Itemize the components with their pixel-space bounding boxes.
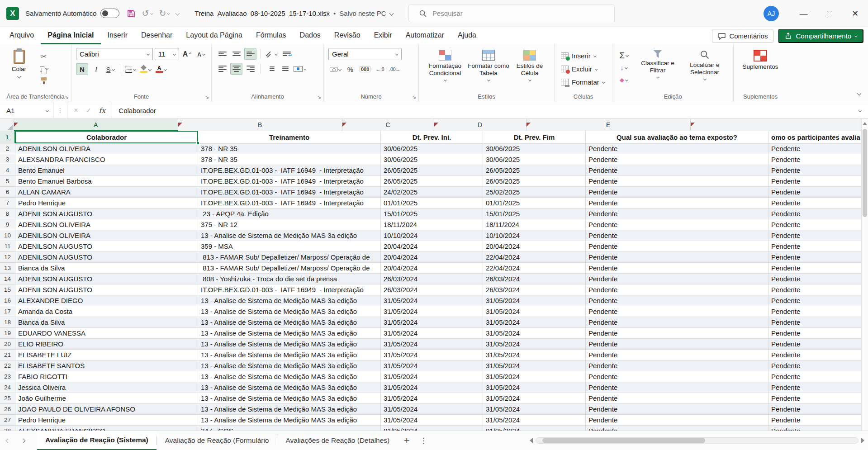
row-header[interactable]: 3 (0, 154, 15, 165)
row-header[interactable]: 26 (0, 404, 15, 415)
clear-button[interactable]: ◆ (617, 74, 631, 85)
cell[interactable]: 20/04/2024 (381, 252, 483, 263)
dialog-launcher-icon[interactable]: ↘ (317, 95, 321, 99)
vertical-scroll-thumb[interactable] (863, 129, 867, 217)
column-header-e[interactable]: E (526, 119, 691, 131)
cell[interactable]: Pendente (768, 165, 861, 176)
cell[interactable]: 30/06/2025 (483, 143, 586, 154)
cell[interactable]: Pendente (586, 328, 768, 339)
cell[interactable]: Pendente (586, 393, 768, 404)
maximize-button[interactable] (816, 0, 842, 27)
cell[interactable]: 15/01/2025 (483, 208, 586, 219)
cell[interactable]: ADENILSON OLIVEIRA (15, 143, 198, 154)
insert-cells-button[interactable]: Inserir (559, 50, 607, 62)
cell[interactable]: 26/05/2025 (381, 165, 483, 176)
cell[interactable]: 31/05/2024 (483, 295, 586, 306)
cell[interactable]: Pendente (768, 284, 861, 295)
paste-button[interactable]: Colar (5, 48, 33, 91)
cell[interactable]: Pendente (768, 404, 861, 415)
cell[interactable]: Pendente (586, 252, 768, 263)
increase-indent-button[interactable] (278, 63, 290, 75)
ribbon-tab-página-inicial[interactable]: Página Inicial (41, 27, 100, 44)
cell[interactable]: IT.OPE.BEX.GD.01-003 - IATF 16949 - Inte… (198, 284, 381, 295)
scroll-right-icon[interactable] (861, 438, 864, 443)
autosave-toggle[interactable] (100, 9, 119, 18)
cell[interactable]: 23 - APQP 4a. Edição (198, 208, 381, 219)
cell[interactable]: 01/01/2025 (381, 198, 483, 208)
scroll-up-button[interactable] (862, 119, 868, 128)
avatar[interactable]: AJ (764, 6, 779, 21)
row-header[interactable]: 15 (0, 284, 15, 295)
ribbon-tab-automatizar[interactable]: Automatizar (399, 27, 451, 44)
align-right-button[interactable] (244, 63, 256, 75)
cell[interactable]: Pendente (586, 241, 768, 252)
cell[interactable]: ADENILSON AUGUSTO (15, 274, 198, 284)
grow-font-button[interactable] (181, 48, 193, 60)
font-family-select[interactable]: Calibri (76, 48, 153, 60)
cell[interactable]: Pendente (586, 295, 768, 306)
cell[interactable]: Pedro Henrique (15, 198, 198, 208)
borders-button[interactable] (124, 63, 137, 75)
cell[interactable]: 13 - Analise de Sistema de Medição MAS 3… (198, 393, 381, 404)
cell[interactable]: 31/05/2024 (483, 339, 586, 350)
cell[interactable]: IT.OPE.BEX.GD.01-003 - IATF 16949 - Inte… (198, 176, 381, 187)
cell[interactable]: 15/01/2025 (381, 208, 483, 219)
cell[interactable]: ALLAN CAMARA (15, 187, 198, 198)
ribbon-tab-arquivo[interactable]: Arquivo (3, 27, 41, 44)
cell[interactable]: 31/05/2024 (483, 404, 586, 415)
align-top-button[interactable] (216, 48, 228, 60)
cell[interactable]: 13 - Analise de Sistema de Medição MAS 3… (198, 306, 381, 317)
cell[interactable]: Pendente (586, 415, 768, 426)
dialog-launcher-icon[interactable]: ↘ (65, 95, 69, 99)
cell[interactable]: 31/05/2024 (381, 404, 483, 415)
horizontal-scroll-track[interactable] (536, 437, 859, 444)
ribbon-tab-inserir[interactable]: Inserir (101, 27, 134, 44)
cell[interactable]: 13 - Analise de Sistema de Medição MAS 3… (198, 360, 381, 371)
cell[interactable]: 13 - Analise de Sistema de Medição MAS 3… (198, 415, 381, 426)
cell[interactable]: 31/05/2024 (381, 382, 483, 393)
undo-button[interactable]: ↺ (142, 8, 153, 19)
italic-button[interactable]: I (90, 63, 102, 75)
cell[interactable]: ADENILSON AUGUSTO (15, 241, 198, 252)
cut-button[interactable]: ✂ (37, 51, 51, 62)
cell[interactable]: ELISABETE SANTOS (15, 360, 198, 371)
cell[interactable]: 30/06/2025 (381, 154, 483, 165)
cell[interactable]: 26/03/2024 (381, 284, 483, 295)
cell[interactable]: Pendente (586, 154, 768, 165)
cell[interactable]: Pendente (586, 187, 768, 198)
align-left-button[interactable] (216, 63, 228, 75)
sheet-nav-left-button[interactable] (0, 439, 15, 442)
row-header[interactable]: 19 (0, 328, 15, 339)
fill-button[interactable]: ↓ (617, 62, 631, 73)
row-header[interactable]: 23 (0, 371, 15, 382)
column-header-d[interactable]: D (434, 119, 526, 131)
cell-styles-button[interactable]: Estilos de Célula (510, 48, 549, 91)
cell[interactable]: Pendente (768, 263, 861, 274)
close-button[interactable]: ✕ (842, 0, 868, 27)
cell[interactable]: 13 - Analise de Sistema de Medição MAS 3… (198, 371, 381, 382)
cell[interactable]: 18/11/2024 (381, 219, 483, 230)
header-cell[interactable]: omo os participantes avalia (768, 131, 861, 143)
cell[interactable]: Pendente (768, 198, 861, 208)
column-header-a[interactable]: A (14, 119, 178, 131)
cell[interactable]: Pendente (768, 328, 861, 339)
cell[interactable]: Pendente (768, 382, 861, 393)
cell[interactable]: 22/04/2024 (483, 263, 586, 274)
cell[interactable]: Pendente (768, 393, 861, 404)
row-header[interactable]: 1 (0, 131, 15, 143)
underline-button[interactable]: S (104, 63, 116, 75)
scroll-left-icon[interactable] (530, 438, 533, 443)
cell[interactable]: Pendente (768, 219, 861, 230)
cell[interactable]: 31/05/2024 (483, 317, 586, 328)
cell[interactable]: Pendente (768, 317, 861, 328)
cell[interactable]: FABIO RIGOTTI (15, 371, 198, 382)
decrease-indent-button[interactable] (264, 63, 276, 75)
cell[interactable]: 31/05/2024 (381, 317, 483, 328)
cell[interactable]: Pendente (586, 360, 768, 371)
align-center-button[interactable] (230, 63, 242, 75)
cell[interactable]: 375 - NR 12 (198, 219, 381, 230)
dialog-launcher-icon[interactable]: ↘ (412, 95, 416, 99)
cell[interactable]: Pendente (768, 371, 861, 382)
cell[interactable]: Pendente (768, 230, 861, 241)
ribbon-tab-desenhar[interactable]: Desenhar (134, 27, 179, 44)
